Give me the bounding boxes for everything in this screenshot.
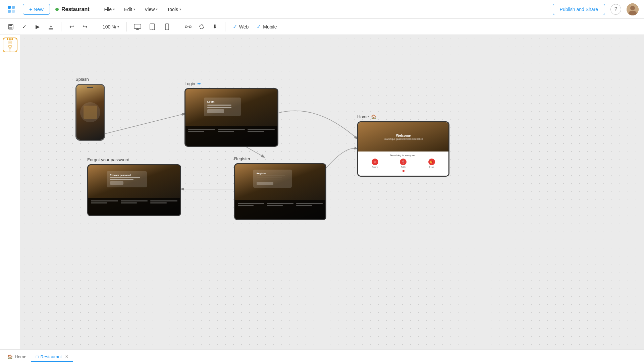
svg-point-12 <box>152 29 153 29</box>
tablet-screen-register: Register <box>235 164 325 219</box>
screen-splash[interactable]: Splash <box>75 77 105 141</box>
close-tab-button[interactable]: ✕ <box>65 354 68 359</box>
publish-button[interactable]: Publish and Share <box>553 4 605 15</box>
tablet-button[interactable] <box>146 21 158 32</box>
screen-label-login: Login ➡ <box>184 81 278 86</box>
zoom-selector[interactable]: 100 % ▾ <box>100 23 122 31</box>
svg-rect-8 <box>9 24 12 26</box>
document-icon: □ <box>36 354 39 359</box>
chevron-down-icon: ▾ <box>113 7 115 11</box>
svg-point-14 <box>167 29 167 29</box>
screen-login[interactable]: Login ➡ Login <box>184 81 278 147</box>
svg-rect-21 <box>8 45 11 47</box>
main-area: Splash Login ➡ Login <box>0 35 644 349</box>
screen-label-splash: Splash <box>75 77 105 82</box>
nav-menu: File ▾ Edit ▾ View ▾ Tools ▾ <box>100 5 185 14</box>
export-button[interactable] <box>46 21 56 32</box>
screen-label-register: Register <box>234 156 326 161</box>
new-button[interactable]: + New <box>23 4 50 15</box>
screen-home[interactable]: Home 🏠 Welcome to a unique gastronomical… <box>357 114 449 177</box>
svg-point-16 <box>189 26 191 28</box>
refresh-button[interactable] <box>196 21 207 32</box>
menu-edit[interactable]: Edit ▾ <box>120 5 139 14</box>
tablet-frame-forgot: Recover password <box>87 164 181 216</box>
screen-register[interactable]: Register Register <box>234 156 326 220</box>
divider <box>95 22 95 32</box>
desktop-button[interactable] <box>131 21 144 32</box>
check-icon: ✓ <box>257 23 261 30</box>
svg-rect-9 <box>9 27 12 29</box>
chevron-down-icon: ▾ <box>117 25 119 28</box>
svg-rect-10 <box>134 24 141 28</box>
phone-screen-splash <box>76 85 104 140</box>
tab-home[interactable]: 🏠 Home <box>3 349 31 362</box>
status-dot <box>55 8 59 11</box>
screen-label-home: Home 🏠 <box>357 114 449 119</box>
menu-view[interactable]: View ▾ <box>141 5 162 14</box>
mobile-toggle[interactable]: ✓ Mobile <box>254 22 279 31</box>
home-icon: 🏠 <box>371 114 376 119</box>
divider <box>61 22 61 32</box>
home-screen-content: Welcome to a unique gastronomical experi… <box>358 122 448 176</box>
screen-forgot[interactable]: Forgot your password Recover password <box>87 157 181 216</box>
logo[interactable] <box>5 3 17 15</box>
navbar: + New Restaurant File ▾ Edit ▾ View ▾ To… <box>0 0 644 19</box>
divider <box>225 22 225 32</box>
save-button[interactable] <box>5 21 16 32</box>
avatar[interactable] <box>627 3 639 15</box>
menu-file[interactable]: File ▾ <box>100 5 119 14</box>
web-toggle[interactable]: ✓ Web <box>230 22 252 31</box>
chevron-down-icon: ▾ <box>133 7 135 11</box>
redo-button[interactable]: ↪ <box>79 21 90 32</box>
mirror-button[interactable] <box>183 21 194 32</box>
project-name-container: Restaurant <box>55 6 90 12</box>
tablet-frame-login: Login <box>184 88 278 147</box>
tab-restaurant-label: Restaurant <box>41 354 62 359</box>
svg-point-0 <box>8 6 11 9</box>
chevron-down-icon: ▾ <box>156 7 158 11</box>
toolbar: ✓ ▶ ↩ ↪ 100 % ▾ <box>0 19 644 35</box>
help-button[interactable]: ? <box>610 4 621 15</box>
tablet-screen-login: Login <box>185 89 277 146</box>
divider <box>126 22 127 32</box>
mobile-label: Mobile <box>263 24 277 29</box>
bottom-tabs: 🏠 Home □ Restaurant ✕ <box>0 349 644 362</box>
project-name: Restaurant <box>61 6 90 12</box>
desktop-frame-home: Welcome to a unique gastronomical experi… <box>357 121 449 177</box>
check-button[interactable]: ✓ <box>19 21 30 32</box>
phone-button[interactable] <box>161 21 173 32</box>
svg-point-15 <box>185 26 187 28</box>
svg-line-25 <box>105 114 185 134</box>
web-label: Web <box>239 24 249 29</box>
undo-button[interactable]: ↩ <box>66 21 77 32</box>
chevron-down-icon: ▾ <box>179 7 181 11</box>
tab-home-label: Home <box>15 354 26 359</box>
phone-frame-splash <box>75 84 105 141</box>
check-icon: ✓ <box>233 23 237 30</box>
divider <box>178 22 178 32</box>
canvas[interactable]: Splash Login ➡ Login <box>20 35 644 349</box>
screen-label-forgot: Forgot your password <box>87 157 181 162</box>
menu-tools[interactable]: Tools ▾ <box>163 5 185 14</box>
tablet-screen-forgot: Recover password <box>88 165 180 215</box>
left-panel <box>0 35 20 349</box>
home-icon: 🏠 <box>7 354 13 359</box>
svg-point-2 <box>8 10 11 13</box>
svg-point-5 <box>630 6 635 10</box>
svg-point-1 <box>12 6 15 9</box>
zoom-value: 100 % <box>103 24 116 29</box>
tablet-frame-register: Register <box>234 163 326 220</box>
tab-restaurant[interactable]: □ Restaurant ✕ <box>31 349 73 362</box>
play-button[interactable]: ▶ <box>32 21 43 32</box>
panel-item-pages[interactable] <box>3 38 17 52</box>
svg-point-3 <box>12 10 15 13</box>
download-button[interactable]: ⬇ <box>210 21 220 32</box>
link-icon: ➡ <box>197 81 201 86</box>
